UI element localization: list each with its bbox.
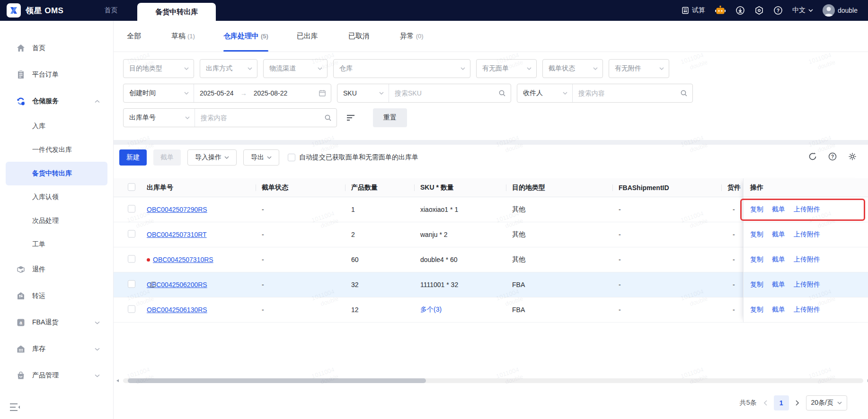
row-checkbox[interactable]: [128, 230, 135, 238]
upload-attachment-action[interactable]: 上传附件: [794, 205, 820, 214]
logistics-channel-select[interactable]: 物流渠道: [263, 59, 328, 78]
tab-shipped[interactable]: 已出库: [297, 21, 320, 52]
sidebar-item-inventory[interactable]: 库存: [0, 336, 113, 362]
topbar: 领星 OMS 首页 备货中转出库 试算 ? 中文 double: [0, 0, 868, 21]
sidebar-item-inbound[interactable]: 入库: [6, 114, 107, 138]
select-all-checkbox[interactable]: [128, 183, 135, 191]
date-range-input[interactable]: 2025-05-24 → 2025-08-22: [194, 84, 331, 102]
row-actions: 复制 截单 上传附件: [744, 247, 863, 272]
sidebar-item-work-order[interactable]: 工单: [6, 233, 107, 256]
tab-warehouse-processing[interactable]: 仓库处理中(5): [223, 21, 268, 52]
row-checkbox[interactable]: [128, 255, 135, 263]
search-icon[interactable]: [324, 114, 332, 122]
order-no-search-input[interactable]: [201, 114, 320, 122]
new-button[interactable]: 新建: [119, 149, 147, 166]
user-menu[interactable]: double: [823, 4, 858, 17]
has-label-select[interactable]: 有无面单: [476, 59, 537, 78]
upload-attachment-action[interactable]: 上传附件: [794, 255, 820, 264]
sidebar-item-stock-transfer-outbound[interactable]: 备货中转出库: [6, 162, 107, 185]
page-number[interactable]: 1: [774, 395, 789, 410]
refresh-icon[interactable]: [808, 152, 817, 161]
upload-attachment-action[interactable]: 上传附件: [794, 280, 820, 289]
upload-attachment-action[interactable]: 上传附件: [794, 306, 820, 314]
sidebar-item-fba-returns[interactable]: a FBA退货: [0, 309, 113, 336]
help-circle-icon[interactable]: ?: [828, 152, 837, 161]
copy-action[interactable]: 复制: [750, 255, 763, 264]
recipient-filter-group: 收件人: [517, 84, 693, 103]
row-checkbox[interactable]: [128, 280, 135, 288]
date-end: 2025-08-22: [254, 89, 288, 97]
pinned-actions-column: 操作 复制 截单 上传附件 复制 截单 上传附件 复制 截单 上传附件 复: [743, 178, 863, 323]
order-no-link[interactable]: OBC0042507310RS: [153, 256, 213, 263]
tab-cancelled[interactable]: 已取消: [348, 21, 372, 52]
row-checkbox[interactable]: [128, 205, 135, 213]
copy-icon[interactable]: [150, 281, 156, 288]
sidebar-item-home[interactable]: 首页: [0, 35, 113, 61]
advanced-filter-icon[interactable]: [343, 108, 359, 127]
sidebar-item-product-management[interactable]: 产品管理: [0, 362, 113, 389]
order-no-link[interactable]: OBC0042506130RS: [147, 306, 207, 314]
sidebar-item-platform-orders[interactable]: 平台订单: [0, 61, 113, 88]
sku-multiple-link[interactable]: 多个(3): [420, 306, 442, 314]
scroll-left-arrow-icon[interactable]: [116, 379, 119, 382]
cut-action[interactable]: 截单: [772, 280, 785, 289]
cut-action[interactable]: 截单: [772, 230, 785, 239]
warehouse-select[interactable]: 仓库: [333, 59, 470, 78]
order-no-link[interactable]: OBC0042507310RT: [147, 231, 207, 238]
col-qty: 产品数量: [351, 183, 378, 192]
copy-action[interactable]: 复制: [750, 230, 763, 239]
sidebar-item-transship[interactable]: 转运: [0, 283, 113, 309]
prev-page-icon[interactable]: [763, 400, 767, 406]
topbar-tab-active[interactable]: 备货中转出库: [137, 3, 216, 21]
cut-action[interactable]: 截单: [772, 255, 785, 264]
next-page-icon[interactable]: [796, 400, 799, 406]
search-icon[interactable]: [680, 89, 688, 97]
page-size-select[interactable]: 20条/页: [806, 395, 847, 410]
sidebar-item-dropship-outbound[interactable]: 一件代发出库: [6, 138, 107, 162]
settings-hexagon-icon[interactable]: [754, 6, 764, 15]
sidebar-item-returns[interactable]: 退件: [0, 256, 113, 283]
recipient-field-select[interactable]: 收件人: [517, 84, 572, 102]
recipient-search-input[interactable]: [578, 89, 676, 97]
topbar-tab-home[interactable]: 首页: [92, 6, 130, 15]
cut-action[interactable]: 截单: [772, 205, 785, 214]
copy-action[interactable]: 复制: [750, 205, 763, 214]
auto-submit-checkbox[interactable]: [288, 154, 295, 161]
cut-action[interactable]: 截单: [772, 306, 785, 314]
cut-status-select[interactable]: 截单状态: [542, 59, 603, 78]
search-icon[interactable]: [498, 89, 506, 97]
language-switch[interactable]: 中文: [792, 6, 813, 15]
row-checkbox[interactable]: [128, 306, 135, 313]
scrollbar-thumb[interactable]: [128, 378, 426, 383]
order-no-field-select[interactable]: 出库单号: [124, 109, 195, 127]
tab-draft[interactable]: 草稿(1): [171, 21, 195, 52]
upload-attachment-action[interactable]: 上传附件: [794, 230, 820, 239]
outbound-method-select[interactable]: 出库方式: [200, 59, 257, 78]
has-attachment-select[interactable]: 有无附件: [609, 59, 669, 78]
tab-all[interactable]: 全部: [127, 21, 143, 52]
reset-button[interactable]: 重置: [373, 108, 407, 127]
horizontal-scrollbar[interactable]: [123, 378, 863, 383]
order-no-link[interactable]: OBC0042507290RS: [147, 206, 207, 213]
copy-action[interactable]: 复制: [750, 280, 763, 289]
sku-field-select[interactable]: SKU: [337, 84, 389, 102]
help-icon[interactable]: ?: [773, 6, 783, 15]
sku-search-input[interactable]: [395, 89, 495, 97]
copy-action[interactable]: 复制: [750, 306, 763, 314]
sidebar-item-defective-handling[interactable]: 次品处理: [6, 209, 107, 233]
tab-abnormal[interactable]: 异常(0): [400, 21, 424, 52]
trial-button[interactable]: 试算: [682, 6, 705, 15]
sidebar-collapse-icon[interactable]: [9, 403, 21, 411]
calendar-icon: [319, 89, 326, 97]
robot-icon[interactable]: [715, 5, 726, 16]
row-actions: 复制 截单 上传附件: [744, 297, 863, 323]
sidebar-item-warehouse-service[interactable]: 仓储服务: [0, 88, 113, 114]
import-actions-button[interactable]: 导入操作: [187, 149, 237, 166]
destination-type-select[interactable]: 目的地类型: [123, 59, 194, 78]
date-type-select[interactable]: 创建时间: [124, 84, 194, 102]
export-button[interactable]: 导出: [243, 149, 279, 166]
cut-order-button[interactable]: 截单: [153, 149, 181, 166]
sidebar-item-inbound-claim[interactable]: 入库认领: [6, 185, 107, 209]
column-settings-icon[interactable]: [848, 152, 857, 161]
download-icon[interactable]: [735, 6, 745, 15]
